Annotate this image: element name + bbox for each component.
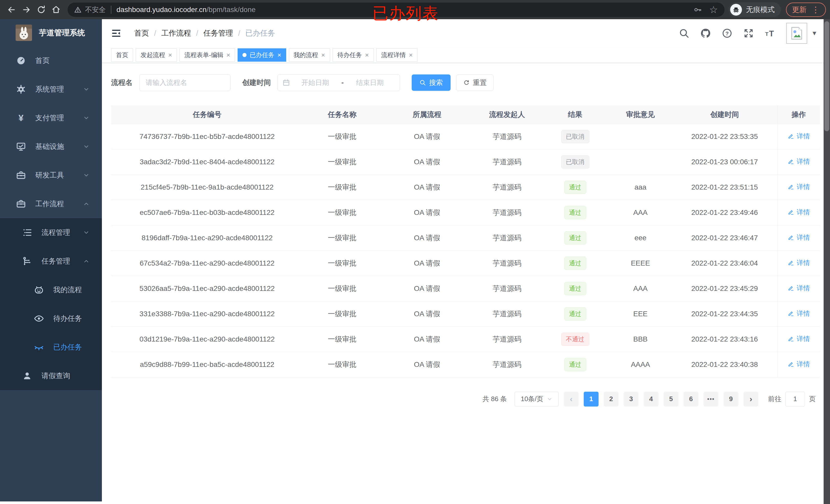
sidebar-item-待办任务[interactable]: 待办任务: [0, 304, 102, 333]
browser-update-button[interactable]: 更新 ⋮: [786, 3, 826, 17]
goto-page-input[interactable]: [786, 392, 805, 406]
total-count: 共 86 条: [483, 395, 507, 403]
sidebar-item-工作流程[interactable]: 工作流程: [0, 190, 102, 218]
sidebar-item-支付管理[interactable]: ¥支付管理: [0, 104, 102, 132]
font-size-icon[interactable]: TT: [765, 28, 775, 39]
collapse-sidebar-icon[interactable]: [111, 28, 121, 38]
tab-流程详情[interactable]: 流程详情×: [376, 48, 418, 62]
sidebar-item-请假查询[interactable]: 请假查询: [0, 362, 102, 390]
magnifier-icon: [419, 79, 426, 86]
pagination: 共 86 条 10条/页 ‹ 123456•••9 › 前往 页: [111, 392, 820, 406]
page-button-5[interactable]: 5: [664, 392, 678, 406]
detail-link[interactable]: 详情: [788, 284, 810, 293]
tab-close-icon[interactable]: ×: [409, 52, 413, 58]
bookmark-star-icon[interactable]: ☆: [709, 5, 718, 14]
cell-id: a59c9d88-7b99-11ec-ba5c-acde48001122: [111, 352, 303, 377]
page-unit-label: 页: [809, 395, 816, 403]
cell-result: 通过: [541, 225, 609, 250]
search-icon[interactable]: [679, 28, 690, 39]
sidebar-item-已办任务[interactable]: 已办任务: [0, 333, 102, 362]
sidebar-item-首页[interactable]: 首页: [0, 46, 102, 75]
cell-opinion: eee: [609, 225, 672, 250]
cell-opinion: [609, 124, 672, 149]
tab-close-icon[interactable]: ×: [226, 52, 230, 58]
page-button-3[interactable]: 3: [624, 392, 639, 406]
detail-link[interactable]: 详情: [788, 157, 810, 166]
cell-action: 详情: [777, 301, 820, 327]
cell-opinion: [609, 149, 672, 174]
cell-result: 通过: [541, 352, 609, 377]
detail-link-label: 详情: [797, 309, 810, 318]
detail-link[interactable]: 详情: [788, 182, 810, 191]
sidebar-item-流程管理[interactable]: 流程管理: [0, 218, 102, 247]
tab-我的流程[interactable]: 我的流程×: [289, 48, 330, 62]
breadcrumb-home[interactable]: 首页: [134, 28, 149, 38]
date-range-picker[interactable]: 开始日期 - 结束日期: [278, 74, 400, 91]
detail-link[interactable]: 详情: [788, 360, 810, 369]
process-name-input[interactable]: [139, 74, 230, 91]
dashboard-icon: [16, 56, 26, 66]
page-size-select[interactable]: 10条/页: [515, 392, 558, 406]
browser-back-button[interactable]: [4, 2, 19, 17]
tab-close-icon[interactable]: ×: [321, 52, 325, 58]
detail-link-label: 详情: [797, 157, 810, 166]
breadcrumb-workflow[interactable]: 工作流程: [161, 28, 191, 38]
sidebar-item-我的流程[interactable]: 我的流程: [0, 275, 102, 304]
cell-action: 详情: [777, 149, 820, 174]
page-button-9[interactable]: 9: [724, 392, 738, 406]
sidebar-item-基础设施[interactable]: 基础设施: [0, 132, 102, 161]
tab-已办任务[interactable]: 已办任务×: [237, 48, 286, 62]
detail-link[interactable]: 详情: [788, 233, 810, 242]
browser-home-button[interactable]: [49, 2, 63, 17]
page-button-6[interactable]: 6: [683, 392, 698, 406]
tab-流程表单-编辑[interactable]: 流程表单-编辑×: [180, 48, 235, 62]
prev-page-button[interactable]: ‹: [564, 392, 579, 406]
tab-待办任务[interactable]: 待办任务×: [332, 48, 374, 62]
eye-closed-icon: [34, 342, 44, 352]
cell-starter: 芋道源码: [473, 225, 541, 250]
detail-link[interactable]: 详情: [788, 309, 810, 318]
page-ellipsis[interactable]: •••: [704, 392, 719, 406]
detail-link-label: 详情: [797, 208, 810, 217]
tab-close-icon[interactable]: ×: [365, 52, 369, 58]
detail-link[interactable]: 详情: [788, 208, 810, 217]
sidebar-item-系统管理[interactable]: 系统管理: [0, 75, 102, 104]
top-navbar: 首页 / 工作流程 / 任务管理 / 已办任务 ? TT ▼: [102, 19, 824, 47]
tab-首页[interactable]: 首页: [111, 48, 133, 62]
cell-created: 2022-01-22 23:45:29: [672, 276, 777, 301]
cell-starter: 芋道源码: [473, 352, 541, 377]
tab-发起流程[interactable]: 发起流程×: [136, 48, 177, 62]
password-key-icon[interactable]: [693, 5, 702, 14]
avatar-caret-down-icon[interactable]: ▼: [811, 30, 818, 37]
breadcrumb-task-manage[interactable]: 任务管理: [203, 28, 233, 38]
window-scrollbar[interactable]: [824, 19, 830, 504]
tab-close-icon[interactable]: ×: [277, 52, 281, 58]
page-button-2[interactable]: 2: [604, 392, 618, 406]
browser-menu-dots-icon[interactable]: ⋮: [811, 6, 820, 14]
search-button[interactable]: 搜索: [412, 74, 451, 91]
fullscreen-icon[interactable]: [743, 28, 754, 39]
github-icon[interactable]: [700, 28, 711, 39]
result-badge: 已取消: [561, 155, 589, 169]
detail-link[interactable]: 详情: [788, 258, 810, 267]
help-icon[interactable]: ?: [722, 28, 732, 39]
browser-reload-button[interactable]: [34, 2, 49, 17]
monitor-icon: [16, 141, 26, 152]
scrollbar-thumb[interactable]: [824, 21, 829, 131]
browser-forward-button[interactable]: [19, 2, 34, 17]
page-button-1[interactable]: 1: [584, 392, 599, 406]
page-button-4[interactable]: 4: [644, 392, 659, 406]
cell-created: 2022-01-22 23:43:16: [672, 327, 777, 352]
next-page-button[interactable]: ›: [743, 392, 758, 406]
reset-button[interactable]: 重置: [456, 74, 493, 91]
tab-close-icon[interactable]: ×: [168, 52, 172, 58]
avatar[interactable]: [786, 23, 807, 44]
sidebar-item-label: 待办任务: [53, 314, 82, 324]
sidebar-item-任务管理[interactable]: 任务管理: [0, 247, 102, 275]
tab-label: 已办任务: [250, 51, 274, 59]
detail-link[interactable]: 详情: [788, 334, 810, 343]
sidebar-logo[interactable]: 芋道管理系统: [0, 19, 102, 46]
detail-link[interactable]: 详情: [788, 132, 810, 141]
update-label: 更新: [792, 5, 806, 14]
sidebar-item-研发工具[interactable]: 研发工具: [0, 161, 102, 190]
